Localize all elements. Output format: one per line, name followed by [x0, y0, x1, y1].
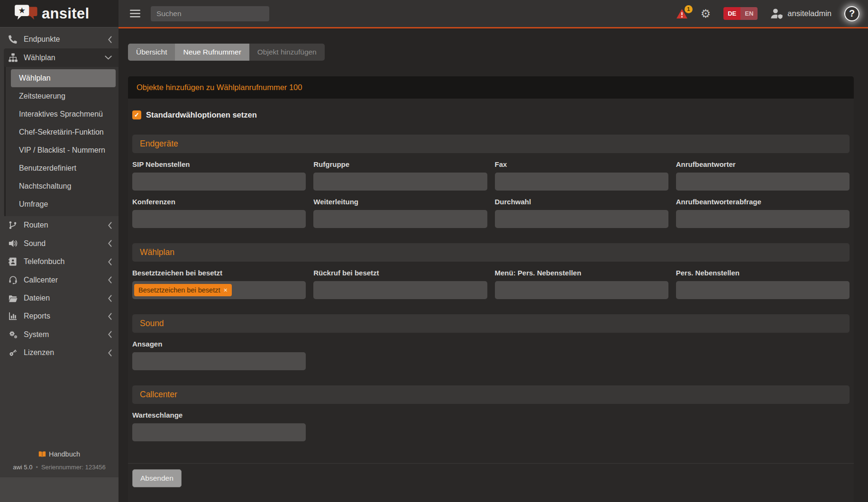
section-grid-endgerate: SIP NebenstellenRufgruppeFaxAnrufbeantwo…	[132, 153, 850, 228]
chevron-down-icon	[105, 55, 112, 60]
sidebar-item-label: Routen	[24, 221, 101, 229]
field-weiterleitung: Weiterleitung	[313, 191, 487, 228]
volume-icon	[8, 239, 18, 248]
sidebar-item-system[interactable]: System	[0, 325, 119, 344]
sidebar-item-label: Dateien	[24, 294, 101, 302]
sidebar-item-label: Wählplan	[24, 54, 99, 62]
field-konferenzen: Konferenzen	[132, 191, 306, 228]
field-input-besetztzeichen-bei-besetzt[interactable]: Besetztzeichen bei besetzt×	[132, 281, 306, 299]
field-besetztzeichen-bei-besetzt: Besetztzeichen bei besetztBesetztzeichen…	[132, 262, 306, 299]
field-label: Konferenzen	[132, 198, 306, 206]
field-menu-pers-nebenstellen: Menü: Pers. Nebenstellen	[495, 262, 668, 299]
sidebar-subitem-wahlplan[interactable]: Wählplan	[11, 69, 116, 87]
sidebar-subitem-benutzerdefiniert[interactable]: Benutzerdefiniert	[4, 159, 119, 177]
sidebar-item-sound[interactable]: Sound	[0, 234, 119, 253]
panel-title: Objekte hinzufügen zu Wählplanrufnummer …	[128, 76, 854, 99]
field-label: Weiterleitung	[313, 198, 487, 206]
address-book-icon	[8, 257, 18, 266]
settings-gear-icon[interactable]: ⚙	[701, 8, 711, 19]
tag-remove-icon[interactable]: ×	[224, 286, 228, 294]
sidebar-item-telefonbuch[interactable]: Telefonbuch	[0, 253, 119, 271]
field-label: Warteschlange	[132, 411, 306, 419]
sidebar-item-routen[interactable]: Routen	[0, 216, 119, 234]
search-input[interactable]	[151, 6, 269, 21]
user-menu[interactable]: ansiteladmin	[770, 8, 831, 19]
field-input-konferenzen[interactable]	[132, 210, 306, 228]
field-ruckruf-bei-besetzt: Rückruf bei besetzt	[313, 262, 487, 299]
alert-count-badge: 1	[685, 5, 693, 13]
field-input-weiterleitung[interactable]	[313, 210, 487, 228]
field-input-fax[interactable]	[495, 173, 668, 191]
sidebar-item-endpunkte[interactable]: Endpunkte	[0, 30, 119, 48]
help-button[interactable]: ?	[844, 6, 859, 21]
field-input-rufgruppe[interactable]	[313, 173, 487, 191]
alerts-button[interactable]: 1	[676, 9, 688, 19]
field-input-ansagen[interactable]	[132, 352, 306, 370]
submit-button[interactable]: Absenden	[132, 469, 182, 487]
sidebar-item-reports[interactable]: Reports	[0, 307, 119, 325]
sidebar-item-dateien[interactable]: Dateien	[0, 289, 119, 307]
separator-dot: •	[36, 464, 38, 471]
sidebar-entry: Callcenter	[0, 271, 119, 289]
sitemap-icon	[8, 53, 18, 62]
sidebar-item-callcenter[interactable]: Callcenter	[0, 271, 119, 289]
checkbox-check-icon: ✓	[132, 110, 141, 119]
tab-objekt-hinzufugen: Objekt hinzufügen	[249, 44, 325, 61]
field-input-ruckruf-bei-besetzt[interactable]	[313, 281, 487, 299]
version-info: awi 5.0•Seriennummer: 123456	[0, 464, 119, 471]
sidebar-item-label: Sound	[24, 239, 101, 248]
field-label: Besetztzeichen bei besetzt	[132, 269, 306, 277]
lang-de-button[interactable]: DE	[723, 7, 740, 20]
tab-ubersicht[interactable]: Übersicht	[128, 44, 175, 61]
field-label: Durchwahl	[495, 198, 668, 206]
field-input-sip-nebenstellen[interactable]	[132, 173, 306, 191]
section-grid-wahlplan: Besetztzeichen bei besetztBesetztzeichen…	[132, 262, 850, 299]
sidebar-subitem-nachtschaltung[interactable]: Nachtschaltung	[4, 177, 119, 195]
section-header-endgerate: Endgeräte	[132, 135, 850, 153]
sidebar-subitem-zeitsteuerung[interactable]: Zeitsteuerung	[4, 87, 119, 105]
sidebar-entry: Telefonbuch	[0, 253, 119, 271]
field-input-durchwahl[interactable]	[495, 210, 668, 228]
field-input-menu-pers-nebenstellen[interactable]	[495, 281, 668, 299]
sidebar-footer: Handbuch awi 5.0•Seriennummer: 123456	[0, 450, 119, 471]
field-input-anrufbeantworter[interactable]	[676, 173, 850, 191]
topbar-actions: 1 ⚙ DE EN ansiteladmin	[676, 6, 862, 21]
sidebar-subitem-umfrage[interactable]: Umfrage	[4, 195, 119, 213]
sidebar-subitem-vip-blacklist-nummern[interactable]: VIP / Blacklist - Nummern	[4, 141, 119, 159]
field-input-warteschlange[interactable]	[132, 423, 306, 441]
form-sections: EndgeräteSIP NebenstellenRufgruppeFaxAnr…	[132, 135, 850, 441]
chevron-left-icon	[108, 349, 112, 356]
username-label: ansiteladmin	[787, 9, 831, 18]
sidebar-item-lizenzen[interactable]: Lizenzen	[0, 344, 119, 362]
sidebar-subitem-interaktives-sprachmenu[interactable]: Interaktives Sprachmenü	[4, 105, 119, 123]
field-label: Anrufbeantworterabfrage	[676, 198, 850, 206]
chart-icon	[8, 312, 18, 320]
serial-label: Seriennummer: 123456	[41, 464, 106, 471]
handbook-label: Handbuch	[49, 450, 80, 458]
sidebar-subitem-chef-sekretarin-funktion[interactable]: Chef-Sekretärin-Funktion	[4, 123, 119, 141]
key-icon	[8, 348, 18, 357]
tab-neue-rufnummer[interactable]: Neue Rufnummer	[175, 44, 249, 61]
field-anrufbeantworter: Anrufbeantworter	[676, 153, 850, 191]
field-label: Fax	[495, 160, 668, 168]
field-input-pers-nebenstellen[interactable]	[676, 281, 850, 299]
field-rufgruppe: Rufgruppe	[313, 153, 487, 191]
chevron-left-icon	[108, 258, 112, 265]
sidebar-item-wahlplan[interactable]: Wählplan	[4, 48, 119, 67]
field-label: Rückruf bei besetzt	[313, 269, 487, 277]
app-root: ★ ansitel	[0, 0, 868, 502]
section-header-callcenter: Callcenter	[132, 385, 850, 404]
main-layout: EndpunkteWählplanWählplanZeitsteuerungIn…	[0, 27, 868, 502]
handbook-link[interactable]: Handbuch	[38, 450, 80, 458]
sidebar-entry: Reports	[0, 307, 119, 325]
sidebar: EndpunkteWählplanWählplanZeitsteuerungIn…	[0, 27, 119, 477]
sidebar-group-wahlplan: WählplanWählplanZeitsteuerungInteraktive…	[4, 48, 119, 216]
lang-en-button[interactable]: EN	[740, 7, 758, 20]
menu-toggle-icon[interactable]	[127, 8, 143, 19]
field-input-anrufbeantworterabfrage[interactable]	[676, 210, 850, 228]
brand-logo[interactable]: ★ ansitel	[0, 0, 119, 27]
standard-dial-options-checkbox[interactable]: ✓ Standardwähloptionen setzen	[132, 110, 257, 119]
sidebar-entry: Routen	[0, 216, 119, 234]
version-label: awi 5.0	[13, 464, 32, 471]
sidebar-entry: Dateien	[0, 289, 119, 307]
